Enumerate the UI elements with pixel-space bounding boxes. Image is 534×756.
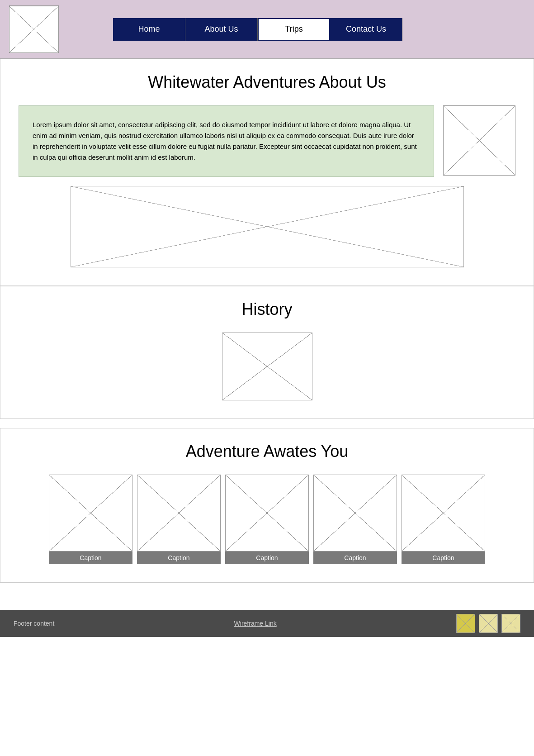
footer-icon-1 [456,614,475,633]
gallery-item-1: Caption [49,475,132,564]
gallery-item-2: Caption [137,475,221,564]
history-image [222,333,312,400]
gallery-image-5 [402,475,485,552]
history-title: History [19,300,515,319]
gallery-image-3 [225,475,309,552]
adventure-title: Adventure Awates You [7,442,527,461]
adventure-section: Adventure Awates You Caption Caption Cap… [0,428,534,583]
about-title: Whitewater Adventures About Us [19,73,515,92]
nav-home[interactable]: Home [113,18,185,41]
footer-icons [456,614,520,633]
gallery-item-3: Caption [225,475,309,564]
header: Home About Us Trips Contact Us [0,0,534,59]
history-section: History [0,286,534,419]
footer-icon-2 [479,614,498,633]
gallery-caption-3: Caption [225,552,309,564]
about-section: Whitewater Adventures About Us Lorem ips… [0,59,534,286]
gallery-caption-1: Caption [49,552,132,564]
footer-icon-3 [501,614,520,633]
about-text: Lorem ipsum dolor sit amet, consectetur … [19,105,434,177]
gallery-image-2 [137,475,221,552]
about-image [443,105,515,176]
gallery-caption-2: Caption [137,552,221,564]
navigation: Home About Us Trips Contact Us [113,18,402,41]
about-content: Lorem ipsum dolor sit amet, consectetur … [19,105,515,177]
nav-contact[interactable]: Contact Us [330,18,402,41]
nav-about[interactable]: About Us [185,18,258,41]
gallery: Caption Caption Caption Caption Caption [7,475,527,564]
gallery-image-1 [49,475,132,552]
logo [9,5,59,53]
nav-trips[interactable]: Trips [258,18,330,41]
footer-left-text: Footer content [14,620,54,627]
about-large-image [71,186,464,267]
gallery-item-4: Caption [313,475,397,564]
gallery-item-5: Caption [402,475,485,564]
gallery-image-4 [313,475,397,552]
footer-center-link[interactable]: Wireframe Link [234,620,277,627]
gallery-caption-4: Caption [313,552,397,564]
gallery-caption-5: Caption [402,552,485,564]
footer: Footer content Wireframe Link [0,610,534,637]
spacer [0,583,534,610]
